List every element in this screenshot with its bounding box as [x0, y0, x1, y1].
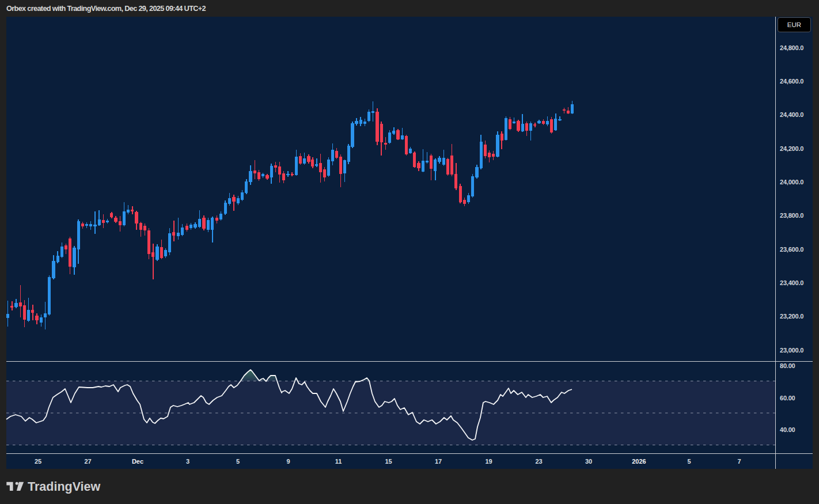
svg-text:80.00: 80.00 [780, 362, 795, 369]
svg-text:5: 5 [687, 458, 691, 465]
svg-text:TradingView: TradingView [28, 480, 101, 494]
svg-text:7: 7 [737, 458, 741, 465]
svg-text:19: 19 [485, 458, 492, 465]
svg-text:Orbex created with TradingView: Orbex created with TradingView.com, Dec … [6, 4, 206, 13]
svg-text:23,600.0: 23,600.0 [780, 246, 803, 253]
svg-text:EUR: EUR [787, 21, 801, 28]
svg-text:5: 5 [236, 458, 240, 465]
svg-text:24,600.0: 24,600.0 [780, 78, 803, 85]
svg-text:Dec: Dec [132, 458, 143, 465]
svg-text:24,800.0: 24,800.0 [780, 44, 803, 51]
svg-text:24,200.0: 24,200.0 [780, 145, 803, 152]
svg-text:24,400.0: 24,400.0 [780, 111, 803, 118]
svg-text:9: 9 [286, 458, 290, 465]
svg-text:25: 25 [35, 458, 41, 465]
svg-text:23,200.0: 23,200.0 [780, 313, 803, 320]
svg-text:11: 11 [335, 458, 342, 465]
svg-text:23,400.0: 23,400.0 [780, 279, 803, 286]
svg-text:23,800.0: 23,800.0 [780, 212, 803, 219]
svg-text:27: 27 [84, 458, 91, 465]
svg-text:2026: 2026 [632, 458, 646, 465]
svg-text:24,000.0: 24,000.0 [780, 179, 803, 185]
svg-text:23: 23 [535, 458, 542, 465]
svg-text:23,000.0: 23,000.0 [780, 347, 803, 354]
svg-text:30: 30 [585, 458, 592, 465]
svg-text:40.00: 40.00 [780, 426, 795, 433]
svg-text:60.00: 60.00 [780, 395, 795, 401]
svg-text:17: 17 [435, 458, 442, 465]
svg-text:3: 3 [186, 458, 189, 465]
svg-text:15: 15 [385, 458, 392, 465]
